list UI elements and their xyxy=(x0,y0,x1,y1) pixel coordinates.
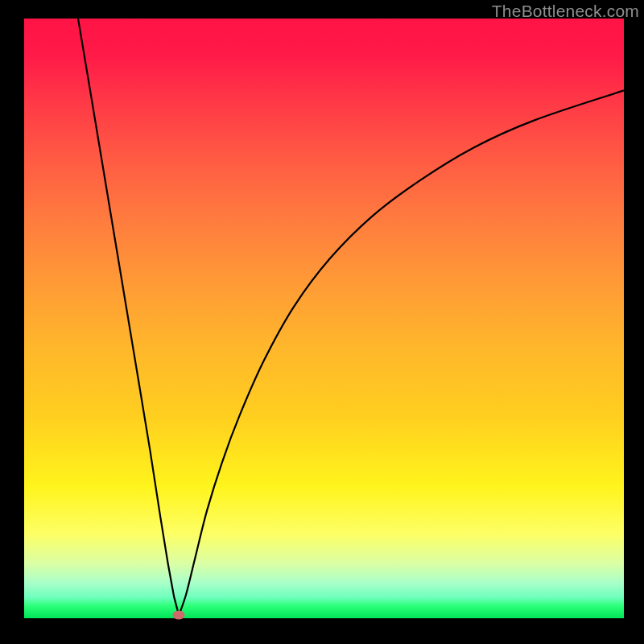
chart-plot-area xyxy=(24,19,624,618)
chart-frame: TheBottleneck.com xyxy=(0,0,644,644)
minimum-marker xyxy=(173,611,185,620)
bottleneck-curve xyxy=(24,19,624,618)
curve-path xyxy=(78,19,624,615)
watermark-text: TheBottleneck.com xyxy=(492,2,639,21)
